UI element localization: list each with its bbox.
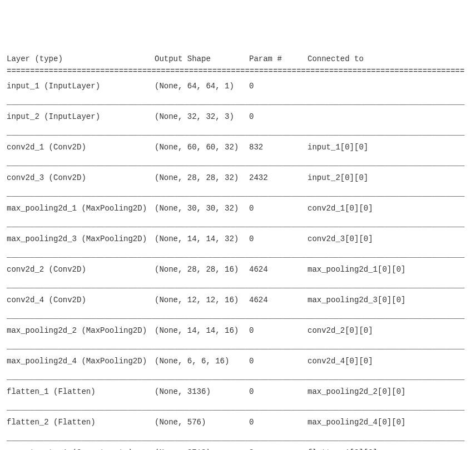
cell-param: 0 (249, 447, 308, 450)
cell-layer: max_pooling2d_3 (MaxPooling2D) (7, 233, 155, 245)
divider-single: ________________________________________… (7, 312, 469, 319)
cell-layer: flatten_1 (Flatten) (7, 386, 155, 398)
cell-output: (None, 3136) (155, 386, 249, 398)
table-row: concatenate_1 (Concatenate)(None, 3712)0… (7, 442, 469, 450)
cell-param: 0 (249, 356, 308, 367)
connected-item: max_pooling2d_4[0][0] (308, 417, 469, 428)
cell-connected: input_2[0][0] (308, 172, 469, 184)
cell-output: (None, 30, 30, 32) (155, 203, 249, 214)
cell-param: 0 (249, 81, 308, 92)
cell-layer: conv2d_2 (Conv2D) (7, 264, 155, 276)
cell-layer: input_1 (InputLayer) (7, 81, 155, 92)
connected-item: conv2d_2[0][0] (308, 325, 469, 337)
cell-output: (None, 28, 28, 32) (155, 172, 249, 184)
cell-connected: max_pooling2d_2[0][0] (308, 386, 469, 398)
connected-item: conv2d_4[0][0] (308, 356, 469, 367)
cell-output: (None, 576) (155, 417, 249, 428)
cell-param: 0 (249, 325, 308, 337)
divider-single: ________________________________________… (7, 128, 469, 136)
cell-output: (None, 6, 6, 16) (155, 356, 249, 367)
connected-item: conv2d_1[0][0] (308, 203, 469, 214)
cell-layer: max_pooling2d_4 (MaxPooling2D) (7, 356, 155, 367)
header-param: Param # (249, 53, 308, 65)
divider-single: ________________________________________… (7, 189, 469, 197)
divider-single: ________________________________________… (7, 159, 469, 167)
cell-output: (None, 14, 14, 32) (155, 233, 249, 245)
connected-item: conv2d_3[0][0] (308, 233, 469, 245)
divider-single: ________________________________________… (7, 434, 469, 442)
cell-layer: conv2d_3 (Conv2D) (7, 172, 155, 184)
cell-param: 2432 (249, 172, 308, 184)
cell-connected: max_pooling2d_4[0][0] (308, 417, 469, 428)
cell-param: 832 (249, 142, 308, 153)
table-row: input_2 (InputLayer)(None, 32, 32, 3)0 (7, 106, 469, 128)
table-row: conv2d_4 (Conv2D)(None, 12, 12, 16)4624m… (7, 289, 469, 312)
cell-param: 0 (249, 203, 308, 214)
cell-connected: conv2d_1[0][0] (308, 203, 469, 214)
cell-layer: max_pooling2d_1 (MaxPooling2D) (7, 203, 155, 214)
cell-output: (None, 60, 60, 32) (155, 142, 249, 153)
cell-connected (308, 111, 469, 123)
table-row: flatten_2 (Flatten)(None, 576)0max_pooli… (7, 411, 469, 434)
connected-item: max_pooling2d_2[0][0] (308, 386, 469, 398)
cell-output: (None, 28, 28, 16) (155, 264, 249, 276)
cell-connected: input_1[0][0] (308, 142, 469, 153)
divider-single: ________________________________________… (7, 251, 469, 258)
divider-single: ________________________________________… (7, 98, 469, 106)
connected-item: max_pooling2d_3[0][0] (308, 294, 469, 306)
cell-layer: concatenate_1 (Concatenate) (7, 447, 155, 450)
cell-param: 0 (249, 386, 308, 398)
table-row: max_pooling2d_4 (MaxPooling2D)(None, 6, … (7, 350, 469, 373)
cell-layer: conv2d_4 (Conv2D) (7, 294, 155, 306)
cell-layer: flatten_2 (Flatten) (7, 417, 155, 428)
divider-single: ________________________________________… (7, 373, 469, 381)
divider-single: ________________________________________… (7, 220, 469, 228)
cell-layer: max_pooling2d_2 (MaxPooling2D) (7, 325, 155, 337)
cell-output: (None, 3712) (155, 447, 249, 450)
cell-connected: conv2d_2[0][0] (308, 325, 469, 337)
cell-layer: conv2d_1 (Conv2D) (7, 142, 155, 153)
cell-param: 0 (249, 417, 308, 428)
cell-connected: conv2d_4[0][0] (308, 356, 469, 367)
header-connected: Connected to (308, 53, 469, 65)
header-row: Layer (type)Output ShapeParam #Connected… (7, 53, 469, 67)
cell-param: 0 (249, 111, 308, 123)
connected-item: flatten_1[0][0] (308, 447, 469, 450)
divider-single: ________________________________________… (7, 281, 469, 289)
cell-connected: max_pooling2d_3[0][0] (308, 294, 469, 306)
table-row: conv2d_1 (Conv2D)(None, 60, 60, 32)832in… (7, 136, 469, 159)
table-row: max_pooling2d_1 (MaxPooling2D)(None, 30,… (7, 197, 469, 220)
connected-item: max_pooling2d_1[0][0] (308, 264, 469, 276)
cell-layer: input_2 (InputLayer) (7, 111, 155, 123)
cell-output: (None, 64, 64, 1) (155, 81, 249, 92)
cell-connected: max_pooling2d_1[0][0] (308, 264, 469, 276)
cell-connected (308, 81, 469, 92)
connected-item: input_1[0][0] (308, 142, 469, 153)
table-row: max_pooling2d_3 (MaxPooling2D)(None, 14,… (7, 228, 469, 251)
cell-output: (None, 12, 12, 16) (155, 294, 249, 306)
cell-output: (None, 14, 14, 16) (155, 325, 249, 337)
cell-param: 4624 (249, 264, 308, 276)
table-row: input_1 (InputLayer)(None, 64, 64, 1)0 (7, 75, 469, 98)
cell-param: 4624 (249, 294, 308, 306)
table-row: conv2d_2 (Conv2D)(None, 28, 28, 16)4624m… (7, 258, 469, 281)
connected-item: input_2[0][0] (308, 172, 469, 184)
cell-connected: conv2d_3[0][0] (308, 233, 469, 245)
divider-double: ========================================… (7, 67, 469, 75)
header-layer: Layer (type) (7, 53, 155, 65)
divider-single: ________________________________________… (7, 403, 469, 411)
cell-param: 0 (249, 233, 308, 245)
table-row: conv2d_3 (Conv2D)(None, 28, 28, 32)2432i… (7, 167, 469, 189)
table-row: max_pooling2d_2 (MaxPooling2D)(None, 14,… (7, 319, 469, 342)
header-output: Output Shape (155, 53, 249, 65)
cell-output: (None, 32, 32, 3) (155, 111, 249, 123)
cell-connected: flatten_1[0][0]flatten_2[0][0] (308, 447, 469, 450)
table-row: flatten_1 (Flatten)(None, 3136)0max_pool… (7, 381, 469, 403)
model-summary: Layer (type)Output ShapeParam #Connected… (7, 53, 469, 450)
divider-single: ________________________________________… (7, 342, 469, 350)
